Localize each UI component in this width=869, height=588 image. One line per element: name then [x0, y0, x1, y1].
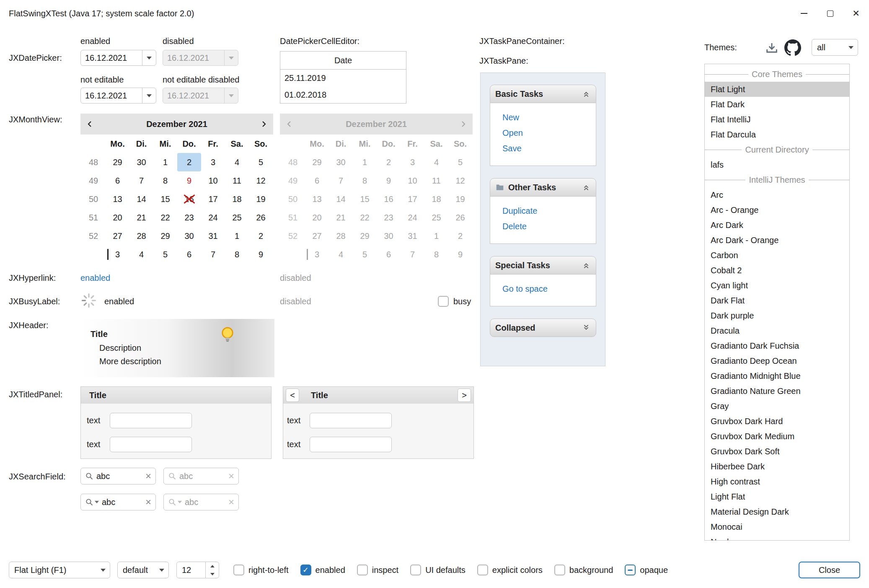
theme-item[interactable]: Flat Dark	[705, 97, 849, 112]
calendar-day[interactable]: 8	[225, 245, 249, 264]
theme-item[interactable]: Cobalt 2	[705, 263, 849, 278]
taskpane-action-link[interactable]: Open	[502, 125, 596, 141]
laf-combo[interactable]: Flat Light (F1)	[9, 562, 110, 578]
theme-item[interactable]: Light Flat	[705, 489, 849, 504]
close-dialog-button[interactable]: Close	[799, 562, 860, 578]
theme-item[interactable]: Flat Darcula	[705, 127, 849, 142]
table-column-header[interactable]: Date	[280, 52, 406, 70]
collapse-chevron-icon[interactable]	[582, 183, 591, 192]
calendar-day[interactable]: 22	[153, 208, 177, 227]
calendar-day[interactable]: 16	[177, 190, 201, 208]
checkbox-explicit-colors[interactable]: explicit colors	[477, 565, 543, 575]
expand-chevron-icon[interactable]	[582, 323, 591, 332]
table-row[interactable]: 01.02.2018	[280, 86, 406, 103]
calendar-day[interactable]: 30	[129, 153, 153, 171]
calendar-day[interactable]: 27	[106, 227, 129, 245]
calendar-day[interactable]: 28	[129, 227, 153, 245]
busy-checkbox[interactable]	[438, 296, 449, 307]
theme-item[interactable]: Gradianto Dark Fuchsia	[705, 338, 849, 353]
hyperlink-enabled[interactable]: enabled	[80, 273, 110, 283]
collapse-chevron-icon[interactable]	[582, 261, 591, 270]
theme-item[interactable]: Dark Flat	[705, 293, 849, 308]
datepicker-not-editable[interactable]: 16.12.2021	[80, 88, 156, 104]
search-value[interactable]: abc	[96, 471, 142, 481]
taskpane-action-link[interactable]: Save	[502, 141, 596, 156]
datepicker-value[interactable]: 16.12.2021	[81, 53, 142, 63]
calendar-day[interactable]: 30	[177, 227, 201, 245]
spinner-down-button[interactable]	[206, 570, 219, 578]
monthview-enabled[interactable]: Dezember 2021 Mo.Di.Mi.Do.Fr.Sa.So.48293…	[80, 114, 273, 264]
celleditor-table[interactable]: Date 25.11.201901.02.2018	[280, 51, 406, 104]
text-input[interactable]	[110, 413, 192, 428]
checkbox-box[interactable]: ✓	[300, 565, 311, 575]
calendar-day[interactable]: 4	[129, 245, 153, 264]
checkbox-box[interactable]	[438, 296, 449, 307]
checkbox-box[interactable]	[233, 565, 244, 575]
datepicker-dropdown-button[interactable]	[142, 88, 156, 103]
theme-item[interactable]: Gruvbox Dark Hard	[705, 414, 849, 429]
taskpane-header[interactable]: Other Tasks	[490, 178, 596, 197]
calendar-day[interactable]: 12	[249, 171, 273, 190]
clear-icon[interactable]: ×	[145, 471, 151, 481]
themes-filter-combo[interactable]: all	[812, 39, 858, 56]
theme-item[interactable]: Material Design Dark	[705, 504, 849, 519]
taskpane-header[interactable]: Collapsed	[490, 319, 596, 337]
calendar-day[interactable]: 4	[225, 153, 249, 171]
calendar-day[interactable]: 24	[201, 208, 225, 227]
theme-item[interactable]: Arc - Orange	[705, 202, 849, 218]
theme-item[interactable]: Dark purple	[705, 308, 849, 323]
calendar-day[interactable]: 9	[177, 171, 201, 190]
taskpane-header[interactable]: Special Tasks	[490, 256, 596, 275]
panel-prev-button[interactable]: <	[286, 389, 299, 402]
calendar-day[interactable]: 2	[177, 153, 201, 171]
theme-item[interactable]: Arc Dark - Orange	[705, 233, 849, 248]
calendar-day[interactable]: 21	[129, 208, 153, 227]
checkbox-opaque[interactable]: opaque	[625, 565, 668, 575]
theme-item[interactable]: Cyan light	[705, 278, 849, 293]
checkbox-background[interactable]: background	[554, 565, 613, 575]
prev-month-button[interactable]	[80, 114, 100, 135]
theme-item[interactable]: Flat IntelliJ	[705, 112, 849, 127]
window-maximize-button[interactable]	[817, 0, 843, 27]
checkbox-right-to-left[interactable]: right-to-left	[233, 565, 289, 575]
datepicker-dropdown-button[interactable]	[142, 50, 156, 65]
calendar-day[interactable]: 25	[225, 208, 249, 227]
calendar-day[interactable]: 9	[249, 245, 273, 264]
theme-item[interactable]: Flat Light	[705, 82, 849, 97]
window-close-button[interactable]: ✕	[843, 0, 869, 27]
taskpane-action-link[interactable]: Delete	[502, 219, 596, 234]
clear-icon[interactable]: ×	[145, 497, 151, 507]
theme-item[interactable]: Arc Dark	[705, 218, 849, 233]
text-input[interactable]	[110, 437, 192, 452]
calendar-day[interactable]: 8	[153, 171, 177, 190]
calendar-day[interactable]: 18	[225, 190, 249, 208]
calendar-day[interactable]: 2	[249, 227, 273, 245]
theme-item[interactable]: High contrast	[705, 474, 849, 489]
theme-item[interactable]: Gruvbox Dark Soft	[705, 444, 849, 459]
search-value[interactable]: abc	[102, 497, 142, 507]
calendar-day[interactable]: 19	[249, 190, 273, 208]
checkbox-box[interactable]	[625, 565, 636, 575]
calendar-day[interactable]: 3	[201, 153, 225, 171]
theme-item[interactable]: Gradianto Nature Green	[705, 383, 849, 399]
taskpane-action-link[interactable]: New	[502, 110, 596, 125]
style-combo[interactable]: default	[117, 562, 169, 578]
calendar-day[interactable]: 6	[177, 245, 201, 264]
theme-item[interactable]: lafs	[705, 157, 849, 172]
calendar-day[interactable]: 29	[153, 227, 177, 245]
font-size-value[interactable]: 12	[177, 565, 205, 575]
calendar-day[interactable]: 31	[201, 227, 225, 245]
theme-item[interactable]: Dracula	[705, 323, 849, 338]
calendar-day[interactable]: 26	[249, 208, 273, 227]
collapse-chevron-icon[interactable]	[582, 89, 591, 98]
theme-item[interactable]: Gradianto Midnight Blue	[705, 368, 849, 383]
calendar-day[interactable]: 15	[153, 190, 177, 208]
taskpane-action-link[interactable]: Duplicate	[502, 203, 596, 219]
calendar-day[interactable]: 23	[177, 208, 201, 227]
calendar-day[interactable]: 20	[106, 208, 129, 227]
checkbox-box[interactable]	[357, 565, 368, 575]
checkbox-enabled[interactable]: ✓enabled	[300, 565, 345, 575]
theme-item[interactable]: Hiberbee Dark	[705, 459, 849, 474]
search-field-with-menu-enabled[interactable]: abc ×	[80, 494, 156, 510]
checkbox-box[interactable]	[410, 565, 421, 575]
